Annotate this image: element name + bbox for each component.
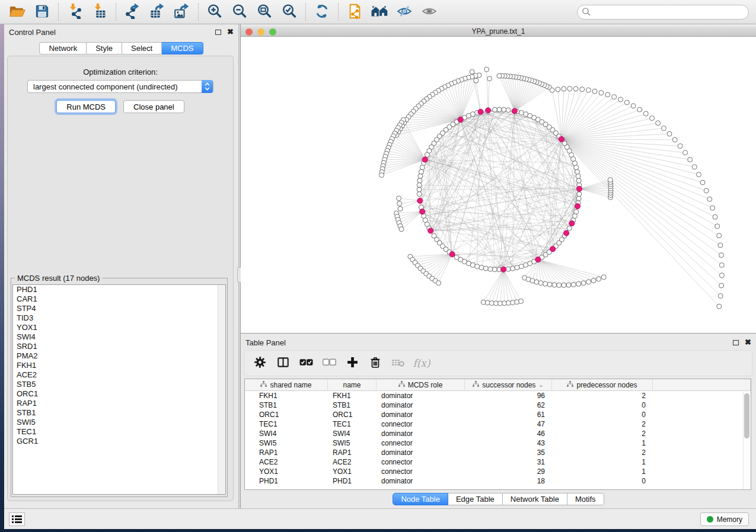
graph-hub-node[interactable] (569, 221, 575, 226)
import-table-button[interactable] (87, 2, 112, 22)
graph-node[interactable] (586, 280, 591, 284)
graph-node[interactable] (566, 283, 571, 287)
graph-node[interactable] (379, 173, 384, 178)
mcds-result-item[interactable]: ORC1 (13, 389, 225, 399)
tab-motifs[interactable]: Motifs (567, 493, 604, 505)
graph-node[interactable] (543, 281, 548, 286)
graph-node[interactable] (667, 132, 672, 136)
graph-node[interactable] (547, 282, 552, 287)
table-row[interactable]: TEC1TEC1connector472 (245, 419, 751, 429)
graph-node[interactable] (552, 283, 557, 287)
graph-node[interactable] (487, 76, 492, 81)
graph-node[interactable] (519, 110, 524, 115)
tab-style[interactable]: Style (87, 42, 122, 55)
mcds-result-item[interactable]: STB1 (13, 408, 225, 418)
mcds-result-item[interactable]: CAR1 (13, 294, 225, 304)
graph-node[interactable] (580, 87, 585, 92)
graph-node[interactable] (692, 165, 697, 169)
graph-node[interactable] (601, 275, 606, 280)
graph-node[interactable] (624, 100, 629, 105)
table-row[interactable]: RAP1RAP1dominator352 (245, 448, 751, 457)
graph-node[interactable] (397, 196, 401, 201)
network-canvas[interactable] (241, 37, 756, 333)
mcds-result-item[interactable]: STB5 (13, 380, 225, 389)
delete-table-button[interactable] (390, 354, 407, 373)
tab-network-table[interactable]: Network Table (503, 493, 567, 505)
mcds-result-item[interactable]: SWI4 (13, 332, 225, 342)
graph-node[interactable] (608, 178, 613, 182)
close-panel-button[interactable]: Close panel (123, 100, 184, 113)
new-network-from-selection-button[interactable] (342, 2, 367, 22)
export-network-button[interactable] (120, 2, 145, 22)
graph-node[interactable] (637, 107, 642, 112)
mcds-result-item[interactable]: ACE2 (13, 370, 225, 380)
column-button[interactable] (274, 354, 292, 373)
mcds-result-item[interactable]: RAP1 (13, 399, 225, 408)
graph-node[interactable] (418, 174, 423, 178)
graph-node[interactable] (719, 263, 724, 268)
graph-node[interactable] (436, 281, 441, 286)
graph-node[interactable] (519, 299, 524, 304)
graph-node[interactable] (718, 243, 723, 248)
graph-node[interactable] (700, 180, 705, 185)
close-table-panel-icon[interactable]: ✖ (745, 339, 751, 345)
tab-mcds[interactable]: MCDS (162, 42, 203, 55)
graph-node[interactable] (599, 91, 604, 95)
mcds-result-item[interactable]: PMA2 (13, 351, 225, 361)
graph-node[interactable] (398, 206, 403, 211)
graph-node[interactable] (591, 278, 596, 283)
graph-node[interactable] (697, 172, 701, 177)
graph-node[interactable] (425, 152, 429, 157)
graph-node[interactable] (534, 280, 539, 284)
show-graphics-details-button[interactable] (417, 2, 442, 22)
graph-hub-node[interactable] (449, 252, 455, 257)
mcds-result-item[interactable]: YOX1 (13, 323, 225, 332)
graph-node[interactable] (717, 304, 722, 309)
graph-node[interactable] (497, 73, 502, 78)
mcds-result-item[interactable]: STP4 (13, 304, 225, 313)
graph-node[interactable] (483, 266, 488, 271)
graph-node[interactable] (715, 224, 720, 229)
tab-network[interactable]: Network (39, 42, 87, 55)
mcds-result-item[interactable]: FKH1 (13, 361, 225, 370)
mcds-result-item[interactable]: TEC1 (13, 427, 225, 437)
graph-node[interactable] (474, 78, 479, 83)
graph-hub-node[interactable] (576, 186, 582, 191)
refresh-button[interactable] (310, 2, 334, 22)
graph-node[interactable] (399, 227, 404, 232)
delete-button[interactable] (366, 354, 384, 373)
graph-node[interactable] (417, 187, 422, 192)
graph-node[interactable] (592, 89, 597, 94)
graph-node[interactable] (557, 283, 562, 287)
graph-node[interactable] (650, 116, 655, 121)
float-panel-icon[interactable] (215, 30, 221, 35)
column-header-predecessor-nodes[interactable]: predecessor nodes (552, 379, 653, 390)
graph-hub-node[interactable] (550, 246, 556, 252)
graph-node[interactable] (576, 174, 580, 178)
graph-node[interactable] (618, 97, 623, 102)
memory-button[interactable]: Memory (700, 512, 749, 526)
import-network-button[interactable] (62, 2, 87, 22)
graph-node[interactable] (562, 86, 566, 91)
graph-node[interactable] (573, 86, 578, 91)
column-header-spacer[interactable] (653, 379, 751, 390)
graph-node[interactable] (488, 267, 493, 271)
graph-hub-node[interactable] (428, 228, 433, 233)
mcds-result-item[interactable]: SRD1 (13, 342, 225, 351)
graph-node[interactable] (596, 277, 601, 281)
graph-node[interactable] (683, 150, 688, 155)
graph-node[interactable] (576, 196, 581, 201)
mcds-result-item[interactable]: SWI5 (13, 418, 225, 427)
column-header-name[interactable]: name (328, 379, 377, 390)
mcds-result-item[interactable]: PHD1 (13, 285, 225, 294)
graph-hub-node[interactable] (486, 108, 491, 113)
zoom-in-button[interactable] (202, 2, 227, 22)
graph-hub-node[interactable] (535, 257, 541, 262)
graph-node[interactable] (719, 273, 724, 278)
graph-hub-node[interactable] (512, 108, 517, 114)
graph-node[interactable] (417, 192, 422, 197)
table-scrollbar[interactable] (743, 392, 751, 489)
graph-node[interactable] (419, 169, 423, 174)
export-image-button[interactable] (170, 2, 194, 22)
graph-hub-node[interactable] (478, 109, 483, 114)
